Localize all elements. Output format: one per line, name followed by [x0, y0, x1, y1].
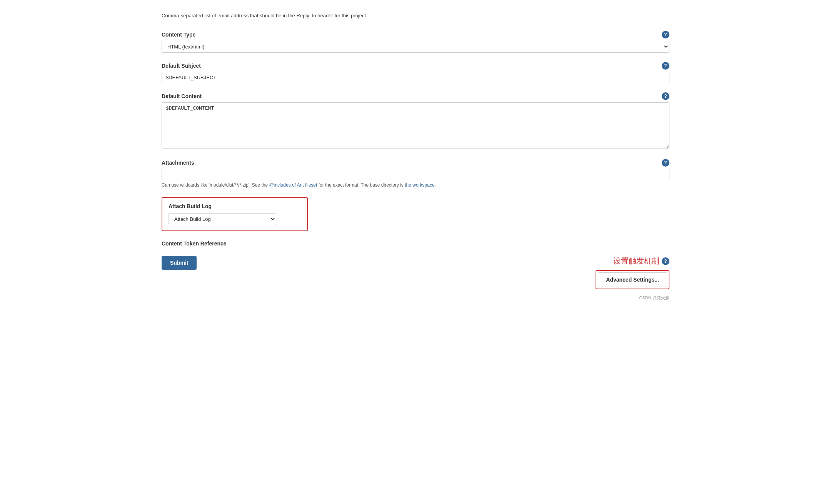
advanced-settings-wrapper: Advanced Settings...: [596, 270, 669, 289]
attachments-help-icon[interactable]: ?: [662, 159, 669, 167]
content-type-label: Content Type: [162, 32, 195, 38]
attachments-hint-prefix: Can use wildcards like 'module/dist/**/*…: [162, 182, 269, 188]
attachments-hint-middle: for the exact format. The base directory…: [317, 182, 405, 188]
content-type-select[interactable]: HTML (text/html) Plain Text (text/plain): [162, 41, 669, 53]
submit-button[interactable]: Submit: [162, 256, 197, 270]
right-section: 设置触发机制 ? Advanced Settings...: [596, 256, 669, 289]
attachments-hint: Can use wildcards like 'module/dist/**/*…: [162, 182, 669, 188]
attach-build-log-label: Attach Build Log: [169, 203, 301, 209]
default-content-section: Default Content ? $DEFAULT_CONTENT: [162, 92, 669, 150]
attachments-input[interactable]: [162, 169, 669, 180]
attachments-workspace-link[interactable]: the workspace: [405, 182, 434, 188]
intro-text: Comma-separated list of email address th…: [162, 8, 669, 22]
advanced-settings-help-icon[interactable]: ?: [662, 257, 669, 265]
chinese-label: 设置触发机制: [613, 256, 659, 266]
default-content-label: Default Content: [162, 93, 202, 99]
attachments-label: Attachments: [162, 160, 194, 166]
advanced-help-row: 设置触发机制 ?: [613, 256, 669, 266]
default-subject-section: Default Subject ?: [162, 62, 669, 83]
attachments-hint-suffix: .: [435, 182, 436, 188]
default-subject-input[interactable]: [162, 72, 669, 83]
default-content-help-icon[interactable]: ?: [662, 92, 669, 100]
default-content-textarea[interactable]: $DEFAULT_CONTENT: [162, 102, 669, 149]
content-token-section: Content Token Reference: [162, 240, 669, 247]
attach-build-log-section: Attach Build Log Attach Build Log Don't …: [162, 197, 308, 231]
default-subject-help-icon[interactable]: ?: [662, 62, 669, 70]
attachments-ant-link[interactable]: @includes of Ant fileset: [269, 182, 317, 188]
attach-build-log-select[interactable]: Attach Build Log Don't Attach Build Log …: [169, 213, 276, 225]
default-subject-label: Default Subject: [162, 63, 201, 69]
attachments-section: Attachments ? Can use wildcards like 'mo…: [162, 159, 669, 188]
content-type-section: Content Type ? HTML (text/html) Plain Te…: [162, 31, 669, 53]
footer-text: CSDN @梵天脑: [639, 295, 669, 301]
content-token-label: Content Token Reference: [162, 240, 227, 247]
advanced-settings-button[interactable]: Advanced Settings...: [598, 272, 667, 287]
bottom-row: Submit 设置触发机制 ? Advanced Settings...: [162, 256, 669, 289]
content-type-help-icon[interactable]: ?: [662, 31, 669, 38]
